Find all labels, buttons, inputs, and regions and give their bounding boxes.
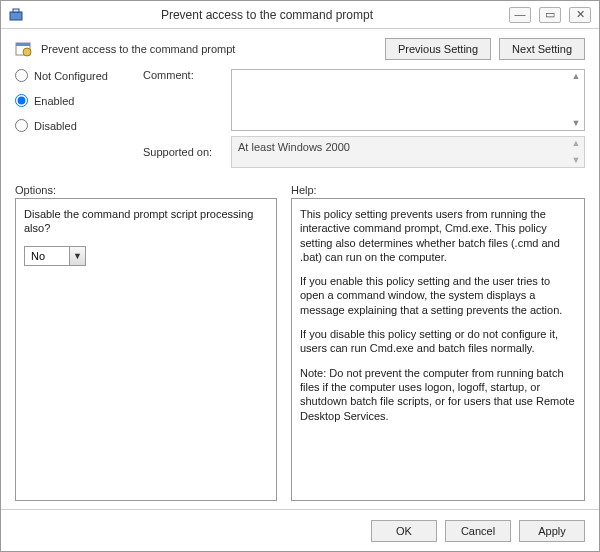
scroll-down-icon: ▼ xyxy=(570,156,582,165)
help-text: This policy setting prevents users from … xyxy=(300,207,576,492)
radio-disabled[interactable]: Disabled xyxy=(15,119,135,132)
radio-not-configured-input[interactable] xyxy=(15,69,28,82)
comment-input[interactable] xyxy=(232,70,568,130)
ok-button[interactable]: OK xyxy=(371,520,437,542)
state-radios: Not Configured Enabled Disabled xyxy=(15,69,135,132)
scroll-up-icon: ▲ xyxy=(570,139,582,148)
chevron-down-icon: ▼ xyxy=(69,247,85,265)
comment-scroll[interactable]: ▲▼ xyxy=(570,70,582,130)
radio-enabled-label: Enabled xyxy=(34,95,74,107)
titlebar: Prevent access to the command prompt — ▭… xyxy=(1,1,599,29)
help-paragraph: If you disable this policy setting or do… xyxy=(300,327,576,356)
close-button[interactable]: ✕ xyxy=(569,7,591,23)
apply-button[interactable]: Apply xyxy=(519,520,585,542)
previous-setting-button[interactable]: Previous Setting xyxy=(385,38,491,60)
policy-editor-window: Prevent access to the command prompt — ▭… xyxy=(0,0,600,552)
cancel-button[interactable]: Cancel xyxy=(445,520,511,542)
supported-scroll: ▲▼ xyxy=(570,137,582,167)
options-label: Options: xyxy=(15,184,277,196)
option-question: Disable the command prompt script proces… xyxy=(24,207,268,236)
app-icon xyxy=(7,6,25,24)
policy-header: Prevent access to the command prompt Pre… xyxy=(1,29,599,69)
help-label: Help: xyxy=(291,184,585,196)
scroll-down-icon: ▼ xyxy=(570,119,582,128)
next-setting-button[interactable]: Next Setting xyxy=(499,38,585,60)
svg-rect-0 xyxy=(10,12,22,20)
supported-label: Supported on: xyxy=(143,146,223,158)
minimize-button[interactable]: — xyxy=(509,7,531,23)
svg-rect-3 xyxy=(16,43,30,46)
help-paragraph: Note: Do not prevent the computer from r… xyxy=(300,366,576,423)
help-panel: This policy setting prevents users from … xyxy=(291,198,585,501)
radio-disabled-label: Disabled xyxy=(34,120,77,132)
policy-icon xyxy=(15,40,33,58)
window-title: Prevent access to the command prompt xyxy=(25,8,509,22)
svg-rect-1 xyxy=(13,9,19,12)
comment-box: ▲▼ xyxy=(231,69,585,131)
options-panel: Disable the command prompt script proces… xyxy=(15,198,277,501)
radio-disabled-input[interactable] xyxy=(15,119,28,132)
config-area: Not Configured Enabled Disabled Comment:… xyxy=(1,69,599,178)
dropdown-value: No xyxy=(25,250,69,262)
help-paragraph: If you enable this policy setting and th… xyxy=(300,274,576,317)
policy-title: Prevent access to the command prompt xyxy=(41,43,377,55)
comment-label: Comment: xyxy=(143,69,223,81)
window-buttons: — ▭ ✕ xyxy=(509,7,591,23)
section-labels: Options: Help: xyxy=(1,178,599,198)
radio-not-configured-label: Not Configured xyxy=(34,70,108,82)
supported-value: At least Windows 2000 xyxy=(238,141,350,153)
panels: Disable the command prompt script proces… xyxy=(1,198,599,501)
scroll-up-icon: ▲ xyxy=(570,72,582,81)
radio-enabled-input[interactable] xyxy=(15,94,28,107)
dialog-footer: OK Cancel Apply xyxy=(1,509,599,551)
maximize-button[interactable]: ▭ xyxy=(539,7,561,23)
radio-not-configured[interactable]: Not Configured xyxy=(15,69,135,82)
radio-enabled[interactable]: Enabled xyxy=(15,94,135,107)
supported-box: At least Windows 2000 ▲▼ xyxy=(231,136,585,168)
script-processing-dropdown[interactable]: No ▼ xyxy=(24,246,86,266)
svg-point-4 xyxy=(23,48,31,56)
help-paragraph: This policy setting prevents users from … xyxy=(300,207,576,264)
